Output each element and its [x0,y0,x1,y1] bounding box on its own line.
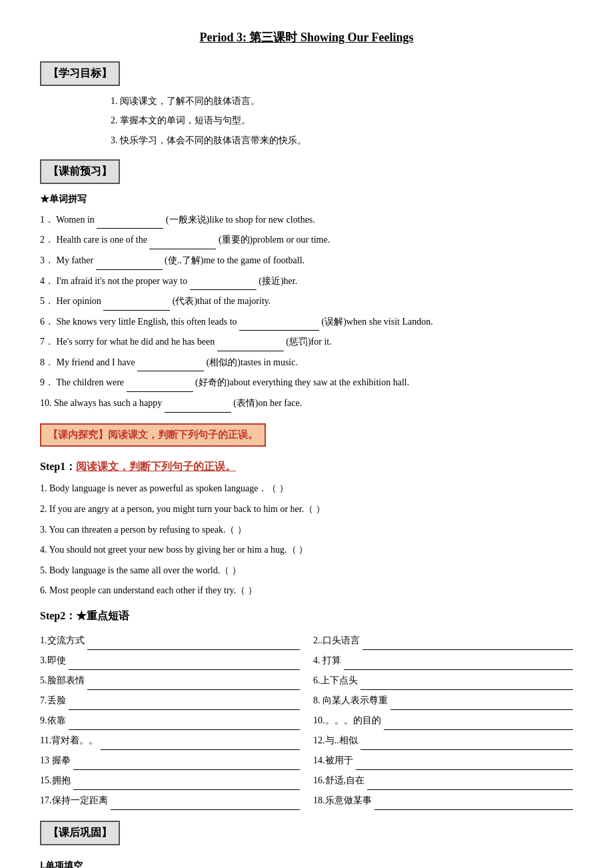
consolidation-section: 【课后巩固】 Ⅰ.单项填空 １、 Work hard，dear.With you… [40,821,573,868]
exercise-9: 9． The children were (好奇的)about everythi… [40,374,573,392]
phrase-3: 3.即使 [40,651,300,670]
phrase-8: 8. 向某人表示尊重 [313,691,573,710]
learning-objectives-section: 【学习目标】 阅读课文，了解不同的肢体语言。 掌握本文的单词，短语与句型。 快乐… [40,61,573,148]
step1-section: Step1：阅读课文，判断下列句子的正误。 1. Body language i… [40,457,573,600]
learning-objectives-header: 【学习目标】 [40,61,120,86]
phrase-1: 1.交流方式 [40,631,300,650]
blank-9 [127,383,193,392]
step1-item-6: 6. Most people can understand each other… [40,582,573,600]
phrase-12: 12.与..相似 [313,731,573,750]
blank-3 [96,261,163,270]
blank-5 [103,301,170,311]
exercise-8: 8． My friend and I have (相似的)tastes in m… [40,354,573,372]
blank-1 [97,219,163,229]
blank-2 [149,240,216,249]
title-period: Period 3: [199,31,249,44]
exercise-4: 4． I'm afraid it's not the proper way to… [40,273,573,291]
phrase-2: 2..口头语言 [313,631,573,650]
phrase-7: 7.丢脸 [40,691,300,710]
objective-2: 掌握本文的单词，短语与句型。 [120,112,573,129]
phrases-grid: 1.交流方式 2..口头语言 3.即使 4. 打算 5.脸部表情 [40,631,573,810]
exercise-10: 10. She always has such a happy (表情)on h… [40,395,573,413]
phrase-4: 4. 打算 [313,651,573,670]
exploration-section: 【课内探究】阅读课文，判断下列句子的正误。 Step1：阅读课文，判断下列句子的… [40,423,573,810]
title-chinese: 第三课时 [249,31,297,44]
step1-item-1: 1. Body language is never as powerful as… [40,480,573,498]
preview-section: 【课前预习】 ★单词拼写 1． Women in (一般来说)like to s… [40,159,573,413]
exercise-3: 3． My father (使..了解)me to the game of fo… [40,252,573,270]
exercise-7: 7． He's sorry for what he did and he has… [40,333,573,351]
page-title: Period 3: 第三课时 Showing Our Feelings [40,27,573,48]
exercise-2: 2． Health care is one of the (重要的)proble… [40,231,573,249]
blank-10 [165,403,231,413]
step2-section: Step2：★重点短语 1.交流方式 2..口头语言 3.即使 4. 打算 [40,607,573,810]
phrase-16: 16.舒适,自在 [313,771,573,790]
step1-item-4: 4. You should not greet your new boss by… [40,541,573,559]
exercise-6: 6． She knows very little English, this o… [40,313,573,331]
phrase-5: 5.脸部表情 [40,671,300,690]
objective-1: 阅读课文，了解不同的肢体语言。 [120,93,573,109]
step1-item-2: 2. If you are angry at a person, you mig… [40,501,573,519]
preview-header: 【课前预习】 [40,159,120,184]
vocabulary-title: ★单词拼写 [40,191,573,207]
step1-item-3: 3. You can threaten a person by refusing… [40,521,573,539]
exploration-header: 【课内探究】阅读课文，判断下列句子的正误。 [40,423,266,447]
title-english: Showing Our Feelings [297,31,413,44]
blank-4 [190,281,257,290]
phrase-15: 15.拥抱 [40,771,300,790]
phrase-11: 11.背对着。。 [40,731,300,750]
phrase-17: 17.保持一定距离 [40,791,300,810]
phrase-9: 9.依靠 [40,711,300,730]
step1-item-5: 5. Body language is the same all over th… [40,562,573,580]
blank-6 [239,321,319,331]
blank-8 [137,362,204,371]
phrase-14: 14.被用于 [313,751,573,770]
single-choice-title: Ⅰ.单项填空 [40,857,573,868]
blank-7 [217,342,284,351]
phrase-13: 13 握拳 [40,751,300,770]
step2-title: Step2：★重点短语 [40,607,573,626]
exercise-1: 1． Women in (一般来说)like to shop for new c… [40,211,573,229]
step1-title: Step1：阅读课文，判断下列句子的正误。 [40,457,573,477]
phrase-6: 6.上下点头 [313,671,573,690]
objective-3: 快乐学习，体会不同的肢体语言带来的快乐。 [120,132,573,149]
phrase-18: 18.乐意做某事 [313,791,573,810]
exercise-5: 5． Her opinion (代表)that of the majority. [40,293,573,311]
phrase-10: 10.。。。的目的 [313,711,573,730]
objectives-list: 阅读课文，了解不同的肢体语言。 掌握本文的单词，短语与句型。 快乐学习，体会不同… [120,93,573,149]
consolidation-header: 【课后巩固】 [40,821,120,845]
